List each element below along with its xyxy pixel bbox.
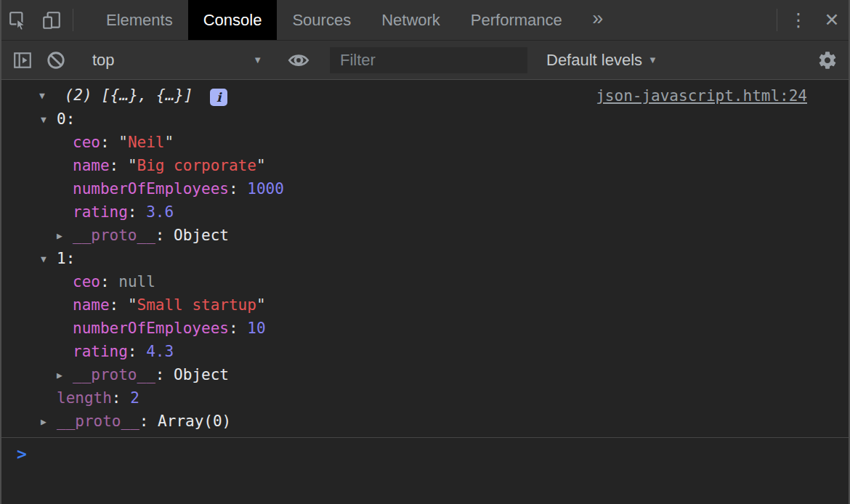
tab-console[interactable]: Console — [188, 0, 278, 40]
tree-row: numberOfEmployees: 10 — [1, 317, 849, 340]
device-toolbar-button[interactable] — [35, 0, 68, 40]
token-quote: " — [128, 296, 137, 314]
tab-network[interactable]: Network — [366, 0, 456, 40]
context-selector-value: top — [92, 51, 247, 70]
token-str: Big corporate — [137, 157, 256, 174]
token-prop: rating — [73, 203, 128, 221]
inspect-element-button[interactable] — [1, 0, 35, 40]
inspect-cursor-icon — [8, 10, 28, 31]
token-punct: : — [112, 389, 130, 407]
token-quote: " — [128, 157, 137, 174]
token-null: null — [118, 273, 155, 290]
token-prop: name — [73, 296, 110, 314]
tree-expander-icon[interactable]: ▶ — [57, 364, 73, 387]
tree-expander-placeholder — [41, 387, 57, 410]
token-punct: : — [66, 110, 84, 128]
console-tree: ▼0: ceo: "Neil" name: "Big corporate" nu… — [1, 107, 849, 433]
tab-elements[interactable]: Elements — [91, 0, 188, 40]
token-punct: : — [110, 296, 128, 314]
tree-row: ceo: "Neil" — [1, 131, 849, 154]
prompt-chevron-icon: > — [17, 444, 27, 463]
settings-button[interactable] — [811, 41, 844, 79]
token-quote: " — [118, 134, 128, 151]
source-link[interactable]: json-javascript.html:24 — [596, 87, 807, 105]
tree-expander-placeholder — [57, 131, 73, 155]
token-prop: numberOfEmployees — [73, 180, 229, 198]
tab-performance[interactable]: Performance — [456, 0, 578, 40]
tree-expander-icon[interactable]: ▶ — [41, 410, 57, 434]
token-dim: length — [57, 389, 112, 407]
token-punct: : — [229, 180, 247, 198]
tree-row: numberOfEmployees: 1000 — [1, 177, 849, 200]
devtools-menu-button[interactable]: ⋮ — [782, 0, 815, 40]
tree-expander-icon[interactable]: ▼ — [39, 90, 55, 101]
token-punct: : — [155, 366, 174, 383]
chevron-down-icon: ▼ — [648, 54, 657, 65]
token-num: 4.3 — [146, 343, 174, 360]
token-num: 1000 — [247, 180, 284, 198]
tree-row[interactable]: ▶__proto__: Array(0) — [1, 410, 849, 433]
token-punct: : — [100, 134, 118, 151]
info-badge-icon[interactable]: i — [210, 89, 227, 106]
token-index: 0 — [57, 110, 66, 128]
token-punct: : — [139, 412, 158, 430]
token-quote: " — [256, 157, 266, 174]
tree-expander-icon[interactable]: ▼ — [41, 248, 57, 271]
token-obj: Object — [174, 227, 229, 244]
token-punct: : — [110, 157, 128, 174]
message-content: ▼ (2) [{…}, {…}] i — [39, 86, 227, 106]
tree-expander-placeholder — [57, 317, 73, 341]
tree-expander-icon[interactable]: ▶ — [57, 224, 73, 248]
live-expression-button[interactable] — [282, 41, 315, 79]
console-message: ▼ (2) [{…}, {…}] i json-javascript.html:… — [1, 80, 849, 107]
context-selector[interactable]: top ▼ — [82, 41, 272, 79]
tree-row[interactable]: ▶__proto__: Object — [1, 224, 849, 247]
more-tabs-button[interactable]: » — [578, 0, 618, 40]
token-punct: : — [100, 273, 118, 290]
separator — [777, 9, 777, 31]
tree-row: length: 2 — [1, 386, 849, 410]
tree-row: rating: 4.3 — [1, 340, 849, 363]
token-num: 2 — [130, 389, 139, 407]
tree-expander-placeholder — [57, 155, 73, 178]
token-prop: ceo — [73, 134, 100, 151]
tree-row: name: "Big corporate" — [1, 154, 849, 177]
token-dim: __proto__ — [57, 412, 139, 430]
tree-expander-placeholder — [57, 341, 73, 364]
token-punct: : — [229, 320, 247, 337]
tree-expander-placeholder — [57, 178, 73, 201]
tab-strip: ElementsConsoleSourcesNetworkPerformance — [91, 0, 578, 40]
tree-row: ceo: null — [1, 270, 849, 293]
tab-sources[interactable]: Sources — [277, 0, 366, 40]
token-index: 1 — [57, 250, 66, 267]
token-quote: " — [256, 296, 266, 314]
token-obj: Object — [174, 366, 229, 383]
token-str: Small startup — [137, 296, 256, 314]
log-levels-dropdown[interactable]: Default levels ▼ — [539, 51, 665, 70]
token-num: 3.6 — [146, 203, 174, 221]
filter-input[interactable] — [330, 47, 527, 73]
close-devtools-button[interactable]: ✕ — [815, 0, 849, 40]
block-icon — [46, 50, 66, 70]
token-obj: Array(0) — [158, 412, 231, 430]
tree-expander-placeholder — [57, 201, 73, 224]
tree-expander-icon[interactable]: ▼ — [41, 108, 57, 131]
console-prompt[interactable]: > — [1, 437, 849, 504]
clear-console-button[interactable] — [39, 41, 73, 79]
devtools-window: { "window": { "more_tabs_label": "»", "m… — [0, 0, 850, 504]
tree-row[interactable]: ▶__proto__: Object — [1, 363, 849, 386]
tree-row[interactable]: ▼0: — [1, 107, 849, 131]
tree-row[interactable]: ▼1: — [1, 247, 849, 270]
tree-expander-placeholder — [57, 271, 73, 294]
console-toolbar: top ▼ Default levels ▼ — [1, 41, 849, 80]
eye-icon — [288, 49, 309, 71]
array-preview[interactable]: (2) [{…}, {…}] — [65, 86, 193, 104]
tree-row: rating: 3.6 — [1, 200, 849, 224]
tree-expander-placeholder — [57, 294, 73, 317]
console-output: ▼ (2) [{…}, {…}] i json-javascript.html:… — [1, 80, 849, 437]
tree-row: name: "Small startup" — [1, 293, 849, 317]
token-num: 10 — [247, 320, 265, 337]
token-quote: " — [164, 134, 174, 151]
device-toolbar-icon — [41, 10, 62, 31]
console-sidebar-toggle-button[interactable] — [6, 41, 39, 79]
